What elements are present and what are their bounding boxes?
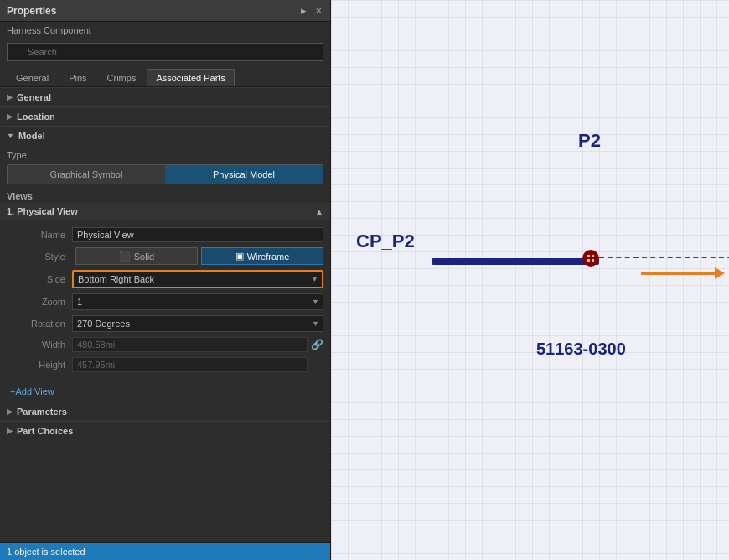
cube-icon: ⬛ xyxy=(119,251,131,262)
style-label: Style xyxy=(7,251,65,262)
type-label: Type xyxy=(0,148,330,161)
part-choices-arrow: ▶ xyxy=(7,427,13,435)
canvas-area: P2 CP_P2 51163-0300 xyxy=(331,0,729,560)
section-part-choices-label: Part Choices xyxy=(17,426,73,436)
dot-cell-1 xyxy=(587,255,590,257)
height-value xyxy=(72,357,308,372)
section-location[interactable]: ▶ Location xyxy=(0,106,330,126)
search-row: 🔍 xyxy=(0,39,330,65)
pin-button[interactable]: ▸ xyxy=(299,4,308,17)
side-label: Side xyxy=(7,274,65,284)
width-label: Width xyxy=(7,340,65,350)
part-number-label: 51163-0300 xyxy=(536,340,626,359)
add-view-link[interactable]: +Add View xyxy=(0,381,330,402)
style-wireframe-button[interactable]: ▣ Wireframe xyxy=(201,247,323,265)
wireframe-icon: ▣ xyxy=(235,251,244,262)
zoom-select[interactable]: 1 2 0.5 0.25 xyxy=(73,294,323,309)
location-arrow: ▶ xyxy=(7,112,13,121)
zoom-label: Zoom xyxy=(7,297,65,307)
type-toggle: Graphical Symbol Physical Model xyxy=(7,164,323,184)
style-solid-button[interactable]: ⬛ Solid xyxy=(75,247,198,265)
section-parameters-label: Parameters xyxy=(17,407,67,417)
sidebar: Properties ▸ × Harness Component 🔍 Gener… xyxy=(0,0,331,560)
name-row: Name xyxy=(0,225,330,245)
width-row: Width 🔗 xyxy=(0,334,330,355)
rotation-select[interactable]: 0 Degrees 90 Degrees 180 Degrees 270 Deg… xyxy=(73,316,323,331)
section-model[interactable]: ▼ Model xyxy=(0,126,330,145)
component-label-p2: P2 xyxy=(578,130,601,152)
orange-arrow xyxy=(641,272,716,275)
search-wrapper: 🔍 xyxy=(7,43,323,61)
views-label: Views xyxy=(0,188,330,203)
style-row: Style ⬛ Solid ▣ Wireframe xyxy=(0,245,330,267)
section-general-label: General xyxy=(17,92,51,102)
width-value xyxy=(72,337,308,352)
model-arrow: ▼ xyxy=(7,132,14,140)
view-item-header[interactable]: 1. Physical View ▲ xyxy=(0,203,330,220)
status-text: 1 object is selected xyxy=(7,547,85,557)
tab-crimps[interactable]: Crimps xyxy=(98,69,146,86)
side-row: Side Bottom Right Back Top Bottom Front … xyxy=(0,267,330,291)
dashed-connection-line xyxy=(599,257,729,258)
name-input[interactable] xyxy=(72,227,323,242)
close-button[interactable]: × xyxy=(313,4,323,17)
section-general[interactable]: ▶ General xyxy=(0,87,330,106)
type-graphical-symbol[interactable]: Graphical Symbol xyxy=(8,165,165,184)
view-body: Name Style ⬛ Solid ▣ Wireframe xyxy=(0,221,330,378)
side-select-wrapper: Bottom Right Back Top Bottom Front Back … xyxy=(72,270,323,288)
net-label-cp-p2: CP_P2 xyxy=(356,231,415,252)
tab-pins[interactable]: Pins xyxy=(59,69,96,86)
wireframe-label: Wireframe xyxy=(247,251,290,262)
sidebar-header: Properties ▸ × xyxy=(0,0,330,22)
lock-icon: 🔗 xyxy=(311,339,323,350)
side-select[interactable]: Bottom Right Back Top Bottom Front Back … xyxy=(74,272,322,287)
view-collapse-icon: ▲ xyxy=(315,207,323,216)
dot-cell-2 xyxy=(592,255,594,257)
rotation-label: Rotation xyxy=(7,319,65,329)
canvas-grid xyxy=(331,0,729,560)
parameters-arrow: ▶ xyxy=(7,407,13,416)
props-content: ▶ General ▶ Location ▼ Model Type Graphi… xyxy=(0,87,330,542)
height-row: Height 🔗 xyxy=(0,355,330,375)
tab-associated-parts[interactable]: Associated Parts xyxy=(147,69,235,86)
dot-cell-3 xyxy=(587,259,590,262)
section-part-choices[interactable]: ▶ Part Choices xyxy=(0,421,330,440)
solid-label: Solid xyxy=(134,251,154,262)
section-parameters[interactable]: ▶ Parameters xyxy=(0,402,330,421)
connector-dot-pattern xyxy=(587,255,594,262)
dot-cell-4 xyxy=(592,259,594,262)
section-model-label: Model xyxy=(18,131,45,141)
wire-line xyxy=(432,258,599,265)
rotation-select-wrapper: 0 Degrees 90 Degrees 180 Degrees 270 Deg… xyxy=(72,315,323,332)
general-arrow: ▶ xyxy=(7,93,13,101)
model-body: Type Graphical Symbol Physical Model Vie… xyxy=(0,145,330,381)
zoom-row: Zoom 1 2 0.5 0.25 ▼ xyxy=(0,291,330,313)
view-title: 1. Physical View xyxy=(7,206,78,216)
sidebar-title: Properties xyxy=(7,5,56,17)
type-physical-model[interactable]: Physical Model xyxy=(165,165,323,184)
height-label: Height xyxy=(7,360,65,370)
tabs-row: General Pins Crimps Associated Parts xyxy=(0,65,330,87)
tab-general[interactable]: General xyxy=(7,69,58,86)
status-bar: 1 object is selected xyxy=(0,542,330,560)
wire-dot xyxy=(582,250,599,267)
search-input[interactable] xyxy=(7,43,323,61)
header-controls: ▸ × xyxy=(299,4,323,17)
name-label: Name xyxy=(7,230,65,240)
zoom-select-wrapper: 1 2 0.5 0.25 ▼ xyxy=(72,293,323,310)
rotation-row: Rotation 0 Degrees 90 Degrees 180 Degree… xyxy=(0,313,330,334)
context-label: Harness Component xyxy=(0,22,330,39)
section-location-label: Location xyxy=(17,111,55,122)
